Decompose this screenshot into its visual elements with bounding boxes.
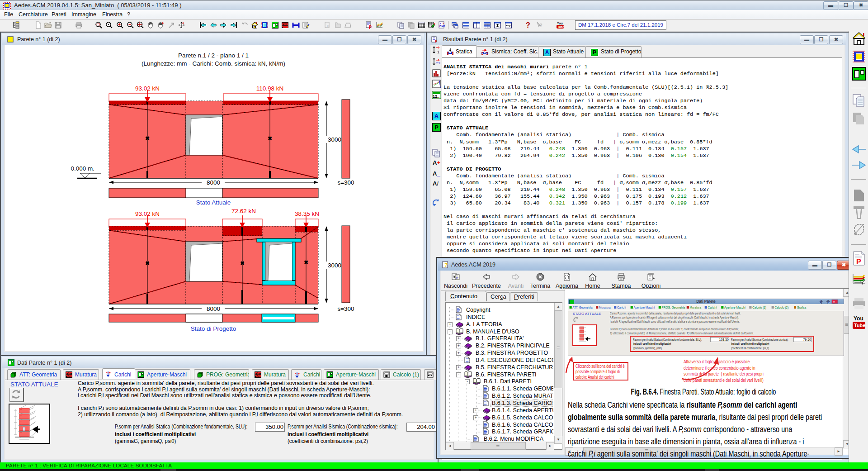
svg-text:p: p [369, 24, 372, 29]
svg-text:s=300: s=300 [337, 305, 354, 312]
svg-text:93.02 kN: 93.02 kN [135, 85, 160, 92]
svg-text:Stato Attuale: Stato Attuale [196, 199, 231, 206]
svg-text:93.02 kN: 93.02 kN [135, 210, 160, 217]
svg-text:✖: ✖ [145, 260, 150, 266]
svg-text:3000: 3000 [328, 136, 341, 143]
svg-text:Tube: Tube [557, 25, 564, 29]
svg-text:1: 1 [437, 50, 439, 54]
svg-text:3000: 3000 [328, 262, 341, 269]
svg-text:s=300: s=300 [337, 179, 354, 186]
svg-text:?: ? [526, 21, 530, 29]
svg-text:110.98 kN: 110.98 kN [256, 85, 284, 92]
svg-text:Tube: Tube [854, 323, 865, 328]
svg-text:You: You [557, 22, 563, 25]
svg-text:(Lunghezze: mm - Carichi: Comb: (Lunghezze: mm - Carichi: Comb. sismica:… [142, 60, 285, 67]
svg-text:▪▪▪▪: ▪▪▪▪ [20, 420, 22, 422]
svg-text:c: c [327, 24, 329, 28]
svg-text:?: ? [539, 23, 542, 28]
svg-text:72.62 kN: 72.62 kN [231, 208, 256, 214]
svg-text:▪▪▪▪: ▪▪▪▪ [20, 426, 22, 428]
svg-text:DXF: DXF [439, 25, 445, 28]
svg-text:✖: ✖ [145, 135, 150, 142]
svg-text:Stato di Progetto: Stato di Progetto [191, 325, 236, 332]
svg-text:p: p [435, 38, 438, 43]
svg-text:Parete n.1 / 2 - piano 1 / 1: Parete n.1 / 2 - piano 1 / 1 [178, 52, 249, 59]
svg-text:38.35 kN: 38.35 kN [295, 210, 319, 217]
svg-text:x: x [833, 300, 835, 304]
svg-text:▪▪▪▪: ▪▪▪▪ [20, 414, 22, 416]
svg-text:P: P [856, 258, 861, 266]
svg-text:▪▪▪▪: ▪▪▪▪ [20, 409, 22, 410]
svg-text:12..: 12.. [433, 94, 439, 99]
svg-text:✖: ✖ [304, 259, 308, 266]
svg-text:✖: ✖ [240, 260, 245, 266]
svg-text:✖: ✖ [268, 135, 272, 142]
svg-text:8000: 8000 [207, 305, 220, 312]
svg-text:8000: 8000 [207, 179, 220, 186]
svg-text:0.000 m.: 0.000 m. [71, 165, 94, 172]
svg-text:You: You [854, 315, 863, 322]
svg-text:?: ? [444, 262, 448, 268]
svg-text:▪▪▪▪: ▪▪▪▪ [20, 432, 22, 434]
